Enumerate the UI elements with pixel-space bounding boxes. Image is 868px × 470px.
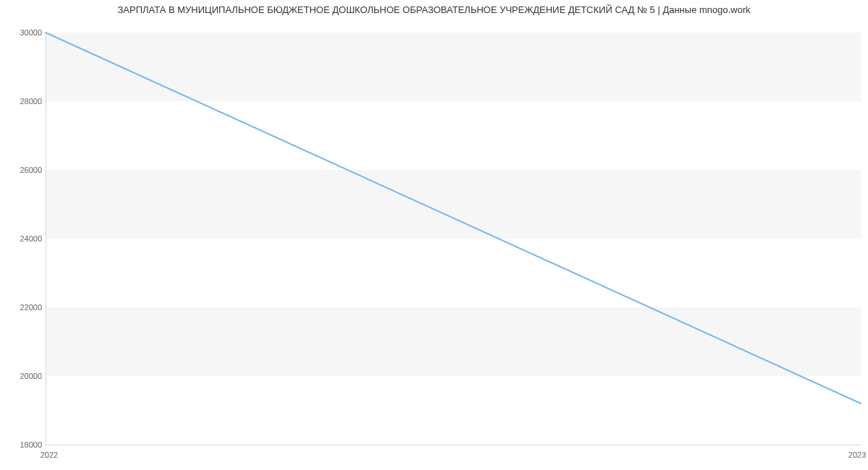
y-tick-label: 24000: [20, 234, 42, 243]
y-tick-label: 22000: [20, 303, 42, 312]
y-tick-label: 18000: [20, 440, 42, 449]
salary-line-chart: ЗАРПЛАТА В МУНИЦИПАЛЬНОЕ БЮДЖЕТНОЕ ДОШКО…: [0, 0, 868, 470]
y-tick-label: 20000: [20, 372, 42, 380]
y-tick-label: 26000: [20, 166, 42, 174]
plot-area: [46, 33, 861, 445]
y-tick-label: 30000: [20, 28, 42, 37]
chart-title: ЗАРПЛАТА В МУНИЦИПАЛЬНОЕ БЮДЖЕТНОЕ ДОШКО…: [0, 4, 868, 15]
y-tick-label: 28000: [20, 97, 42, 106]
x-tick-label: 2022: [41, 450, 58, 459]
y-axis-line: [46, 33, 46, 445]
series-path: [46, 33, 861, 403]
x-axis-line: [46, 445, 861, 445]
line-series: [46, 33, 861, 445]
x-tick-label: 2023: [848, 450, 866, 459]
